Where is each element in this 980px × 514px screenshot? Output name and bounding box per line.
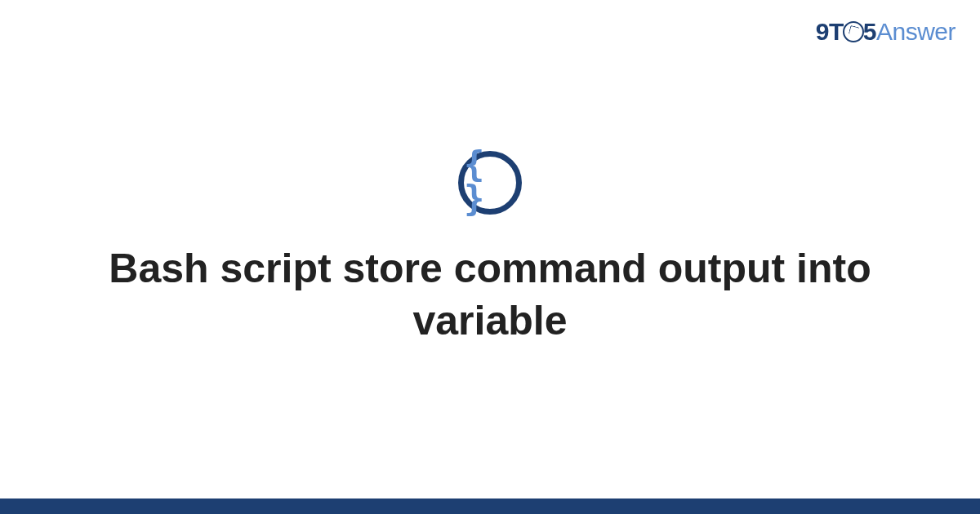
code-braces-icon: { }: [458, 151, 522, 215]
page-title: Bash script store command output into va…: [65, 242, 915, 347]
main-content: { } Bash script store command output int…: [0, 0, 980, 498]
braces-glyph: { }: [464, 148, 516, 216]
bottom-accent-bar: [0, 498, 980, 514]
